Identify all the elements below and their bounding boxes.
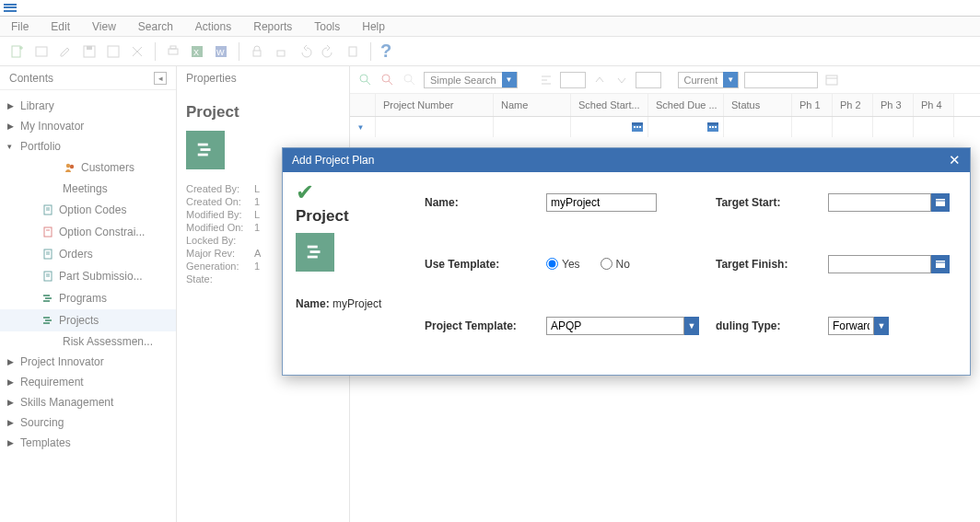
- edit-icon[interactable]: [57, 43, 74, 60]
- tree-item-orders[interactable]: Orders: [0, 243, 176, 265]
- print-icon[interactable]: [165, 43, 181, 60]
- unlock-icon[interactable]: [273, 43, 289, 60]
- filter-input[interactable]: [744, 72, 818, 88]
- chevron-down-icon[interactable]: ▼: [684, 317, 699, 335]
- tree-item-sourcing[interactable]: ▶Sourcing: [0, 412, 176, 433]
- help-icon[interactable]: ?: [380, 41, 391, 62]
- dialog-title: Add Project Plan: [292, 154, 374, 167]
- menu-tools[interactable]: Tools: [314, 20, 340, 33]
- excel-icon[interactable]: X: [189, 43, 205, 60]
- svg-rect-61: [308, 246, 318, 249]
- filter-cell[interactable]: [873, 117, 914, 137]
- calendar-icon[interactable]: [931, 255, 950, 273]
- tree-item-skills-management[interactable]: ▶Skills Management: [0, 392, 176, 412]
- menu-search[interactable]: Search: [138, 20, 173, 33]
- name-label: Name:: [425, 196, 535, 209]
- save-icon[interactable]: [81, 43, 98, 60]
- project-template-select[interactable]: [546, 317, 684, 335]
- tree-item-meetings[interactable]: Meetings: [0, 179, 176, 199]
- tree-item-customers[interactable]: Customers: [0, 157, 176, 179]
- tree-item-option-constrai-[interactable]: Option Constrai...: [0, 221, 176, 243]
- svg-rect-39: [198, 154, 208, 157]
- use-template-no[interactable]: No: [601, 258, 630, 271]
- menu-file[interactable]: File: [11, 20, 29, 33]
- svg-rect-35: [45, 319, 52, 321]
- column-sched-start-[interactable]: Sched Start...: [571, 94, 648, 116]
- target-finish-input[interactable]: [828, 255, 931, 273]
- menu-actions[interactable]: Actions: [195, 20, 231, 33]
- svg-point-44: [404, 75, 412, 82]
- column-selector[interactable]: [350, 94, 376, 116]
- filter-cell[interactable]: [648, 117, 724, 137]
- chevron-down-icon[interactable]: ▼: [723, 72, 738, 87]
- sort-asc-icon[interactable]: [591, 72, 608, 88]
- page-input[interactable]: [560, 72, 586, 88]
- lock-icon[interactable]: [249, 43, 265, 60]
- word-icon[interactable]: W: [213, 43, 229, 60]
- sort-desc-icon[interactable]: [613, 72, 630, 88]
- save-as-icon[interactable]: [105, 43, 122, 60]
- tab-icon[interactable]: [33, 43, 50, 60]
- indent-left-icon[interactable]: [538, 72, 554, 88]
- search-clear-icon[interactable]: [379, 72, 396, 88]
- chevron-down-icon[interactable]: ▼: [874, 317, 889, 335]
- undo-icon[interactable]: [297, 43, 313, 60]
- target-start-input[interactable]: [828, 193, 931, 212]
- simple-search-dropdown[interactable]: Simple Search▼: [424, 72, 518, 88]
- filter-cell[interactable]: [833, 117, 873, 137]
- tree-item-library[interactable]: ▶Library: [0, 96, 176, 116]
- properties-header: Properties: [186, 66, 340, 90]
- tree-item-part-submissio-[interactable]: Part Submissio...: [0, 265, 176, 287]
- column-ph-3[interactable]: Ph 3: [873, 94, 914, 116]
- menu-reports[interactable]: Reports: [253, 20, 292, 33]
- calendar-icon[interactable]: [823, 72, 840, 88]
- size-input[interactable]: [636, 72, 661, 88]
- tree-item-portfolio[interactable]: ▾Portfolio: [0, 136, 176, 157]
- column-project-number[interactable]: Project Number: [376, 94, 494, 116]
- filter-cell[interactable]: [494, 117, 571, 137]
- filter-cell[interactable]: [571, 117, 648, 137]
- redo-icon[interactable]: [321, 43, 337, 60]
- tree-item-requirement[interactable]: ▶Requirement: [0, 372, 176, 392]
- menu-edit[interactable]: Edit: [51, 20, 70, 33]
- clipboard-icon[interactable]: [344, 43, 361, 60]
- column-ph-4[interactable]: Ph 4: [914, 94, 954, 116]
- search-run-icon[interactable]: [357, 72, 374, 88]
- tree-item-projects[interactable]: Projects: [0, 309, 176, 331]
- tree-item-project-innovator[interactable]: ▶Project Innovator: [0, 352, 176, 372]
- dialog-heading: Project: [296, 207, 412, 226]
- calendar-icon[interactable]: [931, 193, 950, 212]
- tree-item-risk-assessmen-[interactable]: Risk Assessmen...: [0, 331, 176, 352]
- scheduling-type-select[interactable]: [828, 317, 874, 335]
- delete-icon[interactable]: [129, 43, 146, 60]
- menu-view[interactable]: View: [92, 20, 116, 33]
- svg-rect-32: [45, 297, 52, 299]
- column-ph-1[interactable]: Ph 1: [792, 94, 833, 116]
- close-icon[interactable]: ✕: [949, 152, 961, 168]
- contents-pane: Contents ◂ ▶Library▶My Innovator▾Portfol…: [0, 66, 177, 522]
- new-icon[interactable]: [9, 43, 26, 60]
- tree-item-my-innovator[interactable]: ▶My Innovator: [0, 116, 176, 136]
- menu-help[interactable]: Help: [362, 20, 385, 33]
- tree-item-programs[interactable]: Programs: [0, 287, 176, 309]
- column-ph-2[interactable]: Ph 2: [833, 94, 873, 116]
- collapse-contents-button[interactable]: ◂: [154, 72, 167, 85]
- use-template-yes[interactable]: Yes: [546, 258, 580, 271]
- svg-point-19: [70, 165, 74, 168]
- filter-cell[interactable]: [376, 117, 494, 137]
- hamburger-icon[interactable]: [4, 2, 17, 15]
- column-status[interactable]: Status: [724, 94, 792, 116]
- filter-cell[interactable]: [792, 117, 833, 137]
- svg-rect-36: [43, 322, 50, 324]
- chevron-down-icon[interactable]: ▼: [502, 72, 517, 87]
- tree-item-templates[interactable]: ▶Templates: [0, 433, 176, 453]
- column-name[interactable]: Name: [494, 94, 571, 116]
- tree-item-option-codes[interactable]: Option Codes: [0, 199, 176, 221]
- filter-cell[interactable]: ▼: [350, 117, 376, 137]
- column-sched-due-[interactable]: Sched Due ...: [648, 94, 724, 116]
- proj-icon: [41, 291, 55, 306]
- name-input[interactable]: [546, 193, 657, 212]
- current-dropdown[interactable]: Current▼: [678, 72, 740, 88]
- filter-cell[interactable]: [914, 117, 954, 137]
- filter-cell[interactable]: [724, 117, 792, 137]
